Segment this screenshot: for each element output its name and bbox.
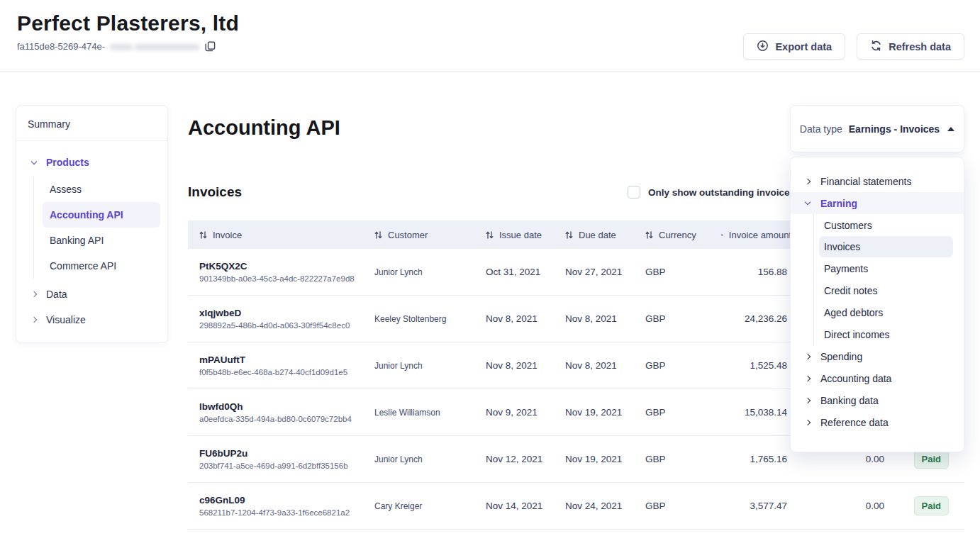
company-name: Perfect Plasterers, ltd [17,11,239,35]
customer-cell: Junior Lynch [363,267,474,277]
issue-date-cell: Oct 31, 2021 [474,267,554,277]
page-header: Perfect Plasterers, ltd fa115de8-5269-47… [17,11,239,52]
invoice-cell: PtK5QX2C 901349bb-a0e3-45c3-a4dc-822227a… [188,261,363,283]
due-date-cell: Nov 27, 2021 [554,267,634,277]
chevron-right-icon [803,179,812,184]
status-cell: Paid [889,496,964,515]
invoice-amount-cell: 3,577.47 [710,501,791,511]
company-id-redacted: xxxx-xxxxxxxxxxxx [111,41,199,52]
datatype-item-invoices[interactable]: Invoices [819,236,953,257]
sidebar-item-summary[interactable]: Summary [16,106,167,141]
issue-date-cell: Nov 8, 2021 [474,360,554,371]
column-header[interactable]: Issue date [474,230,554,240]
invoice-amount-cell: 24,236.26 [710,313,791,324]
datatype-item-credit-notes[interactable]: Credit notes [791,279,964,301]
currency-cell: GBP [634,267,710,277]
datatype-item-direct-incomes[interactable]: Direct incomes [791,323,964,345]
company-id: fa115de8-5269-474e-xxxx-xxxxxxxxxxxx [17,41,239,52]
issue-date-cell: Nov 9, 2021 [474,407,554,418]
refresh-icon [870,40,882,54]
due-date-cell: Nov 19, 2021 [554,454,634,464]
invoice-code: lbwfd0Qh [199,401,363,412]
chevron-down-icon [803,202,812,204]
datatype-item-reference-data[interactable]: Reference data [791,411,964,433]
chevron-right-icon [803,420,812,425]
currency-cell: GBP [634,313,710,324]
customer-cell: Cary Kreiger [363,501,474,511]
invoice-amount-cell: 156.88 [710,267,791,277]
export-data-button[interactable]: Export data [743,33,845,60]
invoice-cell: xIqjwbeD 298892a5-486b-4d0d-a063-30f9f54… [188,308,363,330]
currency-cell: GBP [634,407,710,418]
datatype-value: Earnings - Invoices [849,123,940,135]
datatype-dropdown-button[interactable]: Data type Earnings - Invoices [790,105,964,152]
outstanding-invoices-checkbox[interactable] [628,186,640,199]
invoice-code: mPAUuftT [199,354,363,365]
currency-cell: GBP [634,360,710,371]
column-header[interactable]: Currency [634,230,710,240]
datatype-item-aged-debtors[interactable]: Aged debtors [791,301,964,323]
sidebar-item-data[interactable]: Data [16,281,167,307]
chevron-right-icon [803,398,812,403]
datatype-label: Data type [800,123,842,135]
datatype-item-earning[interactable]: Earning [791,192,964,214]
sidebar-item-visualize[interactable]: Visualize [16,307,167,333]
column-header[interactable]: Customer [363,230,474,240]
datatype-item-financial-statements[interactable]: Financial statements [791,170,964,192]
issue-date-cell: Nov 14, 2021 [474,501,554,511]
amount-due-cell: 0.00 [791,501,889,511]
datatype-item-customers[interactable]: Customers [791,214,964,236]
chevron-right-icon [30,292,38,296]
status-badge: Paid [914,496,949,515]
copy-icon[interactable] [205,41,216,52]
issue-date-cell: Nov 12, 2021 [474,454,554,464]
chevron-right-icon [30,318,38,322]
caret-up-icon [947,127,954,131]
company-id-visible: fa115de8-5269-474e- [17,41,105,52]
invoice-uuid: 203bf741-a5ce-469d-a991-6d2bff35156b [199,462,363,470]
sidebar-item-assess[interactable]: Assess [34,177,160,202]
invoice-code: PtK5QX2C [199,261,363,272]
amount-due-cell: 0.00 [791,454,889,464]
sort-icon [486,230,494,240]
invoice-cell: c96GnL09 568211b7-1204-4f73-9a33-1f6ece6… [188,495,363,517]
refresh-data-button[interactable]: Refresh data [857,33,964,60]
chevron-right-icon [803,376,812,381]
sort-icon [721,230,723,240]
currency-cell: GBP [634,454,710,464]
issue-date-cell: Nov 8, 2021 [474,313,554,324]
sidebar-item-commerce-api[interactable]: Commerce API [34,253,160,279]
invoice-uuid: f0f5b48b-e6ec-468a-b274-40cf1d09d1e5 [199,368,363,376]
invoice-code: xIqjwbeD [199,308,363,318]
due-date-cell: Nov 8, 2021 [554,360,634,371]
checkbox-label: Only show outstanding invoices [648,187,795,198]
sidebar: Summary Products AssessAccounting APIBan… [16,105,168,343]
sidebar-item-banking-api[interactable]: Banking API [34,228,160,253]
datatype-item-payments[interactable]: Payments [791,257,964,279]
invoice-code: FU6bUP2u [199,448,363,459]
table-row[interactable]: c96GnL09 568211b7-1204-4f73-9a33-1f6ece6… [188,483,964,530]
chevron-down-icon [30,162,38,164]
datatype-item-spending[interactable]: Spending [791,345,964,367]
column-header[interactable]: Invoice [188,230,363,240]
due-date-cell: Nov 19, 2021 [554,407,634,418]
customer-cell: Leslie Williamson [363,408,474,418]
invoice-uuid: 901349bb-a0e3-45c3-a4dc-822227a7e9d8 [199,274,363,283]
header-actions: Export data Refresh data [743,33,964,60]
chevron-right-icon [803,354,812,359]
sidebar-products-children: AssessAccounting APIBanking APICommerce … [33,177,160,279]
datatype-item-accounting-data[interactable]: Accounting data [791,367,964,389]
invoice-amount-cell: 15,038.14 [710,407,791,418]
sidebar-item-products[interactable]: Products [16,150,167,175]
customer-cell: Keeley Stoltenberg [363,314,474,324]
datatype-menu: Financial statementsEarningCustomersInvo… [790,157,964,452]
column-header[interactable]: Due date [554,230,634,240]
invoice-uuid: 298892a5-486b-4d0d-a063-30f9f54c8ec0 [199,321,363,330]
due-date-cell: Nov 24, 2021 [554,501,634,511]
invoice-cell: lbwfd0Qh a0eefdca-335d-494a-bd80-0c6079c… [188,401,363,423]
export-icon [757,40,769,54]
datatype-item-banking-data[interactable]: Banking data [791,389,964,411]
column-header[interactable]: Invoice amount [710,230,791,240]
sort-icon [565,230,573,240]
sidebar-item-accounting-api[interactable]: Accounting API [43,202,160,228]
